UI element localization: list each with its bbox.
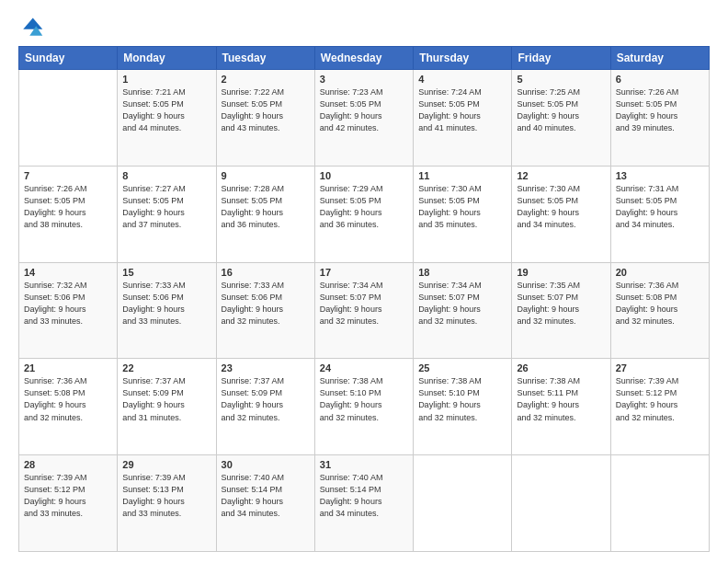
day-number: 1	[122, 74, 210, 85]
calendar-cell: 14Sunrise: 7:32 AM Sunset: 5:06 PM Dayli…	[19, 262, 118, 359]
calendar-cell: 25Sunrise: 7:38 AM Sunset: 5:10 PM Dayli…	[414, 359, 512, 455]
day-number: 2	[222, 74, 310, 85]
calendar-cell: 27Sunrise: 7:39 AM Sunset: 5:12 PM Dayli…	[610, 359, 709, 455]
day-info: Sunrise: 7:29 AM Sunset: 5:05 PM Dayligh…	[320, 183, 408, 231]
day-number: 16	[222, 267, 310, 278]
day-number: 3	[320, 74, 408, 85]
day-info: Sunrise: 7:25 AM Sunset: 5:05 PM Dayligh…	[517, 86, 605, 134]
calendar-cell: 7Sunrise: 7:26 AM Sunset: 5:05 PM Daylig…	[19, 166, 118, 262]
day-info: Sunrise: 7:36 AM Sunset: 5:08 PM Dayligh…	[616, 280, 704, 327]
day-number: 17	[320, 267, 408, 278]
day-number: 6	[616, 74, 704, 85]
day-number: 11	[418, 170, 506, 181]
day-number: 25	[418, 362, 506, 373]
day-info: Sunrise: 7:34 AM Sunset: 5:07 PM Dayligh…	[320, 280, 408, 327]
day-number: 8	[122, 170, 210, 181]
calendar-cell: 1Sunrise: 7:21 AM Sunset: 5:05 PM Daylig…	[118, 70, 216, 167]
day-number: 24	[320, 362, 408, 373]
calendar-cell: 4Sunrise: 7:24 AM Sunset: 5:05 PM Daylig…	[414, 70, 512, 167]
day-info: Sunrise: 7:38 AM Sunset: 5:11 PM Dayligh…	[517, 375, 605, 423]
calendar-header-saturday: Saturday	[610, 47, 709, 70]
day-number: 5	[517, 74, 605, 85]
calendar-cell: 3Sunrise: 7:23 AM Sunset: 5:05 PM Daylig…	[314, 70, 413, 167]
day-info: Sunrise: 7:28 AM Sunset: 5:05 PM Dayligh…	[222, 183, 310, 231]
svg-marker-0	[23, 18, 42, 29]
day-info: Sunrise: 7:23 AM Sunset: 5:05 PM Dayligh…	[320, 86, 408, 134]
day-number: 21	[24, 362, 112, 373]
calendar-cell	[414, 455, 512, 552]
calendar-cell	[512, 455, 610, 552]
day-number: 13	[616, 170, 704, 181]
day-number: 20	[616, 267, 704, 278]
day-number: 19	[517, 267, 605, 278]
day-info: Sunrise: 7:32 AM Sunset: 5:06 PM Dayligh…	[24, 280, 112, 327]
calendar-header-tuesday: Tuesday	[216, 47, 314, 70]
calendar-week-5: 28Sunrise: 7:39 AM Sunset: 5:12 PM Dayli…	[19, 455, 710, 552]
calendar-header-row: SundayMondayTuesdayWednesdayThursdayFrid…	[19, 47, 710, 70]
day-info: Sunrise: 7:38 AM Sunset: 5:10 PM Dayligh…	[418, 375, 506, 423]
calendar-header-wednesday: Wednesday	[314, 47, 413, 70]
day-number: 31	[320, 459, 408, 470]
day-info: Sunrise: 7:34 AM Sunset: 5:07 PM Dayligh…	[418, 280, 506, 327]
calendar-cell: 30Sunrise: 7:40 AM Sunset: 5:14 PM Dayli…	[216, 455, 314, 552]
calendar-cell: 11Sunrise: 7:30 AM Sunset: 5:05 PM Dayli…	[414, 166, 512, 262]
logo-icon	[18, 15, 44, 40]
day-info: Sunrise: 7:26 AM Sunset: 5:05 PM Dayligh…	[24, 183, 112, 231]
day-info: Sunrise: 7:39 AM Sunset: 5:12 PM Dayligh…	[616, 375, 704, 423]
day-number: 12	[517, 170, 605, 181]
day-info: Sunrise: 7:40 AM Sunset: 5:14 PM Dayligh…	[222, 472, 310, 520]
calendar-week-1: 1Sunrise: 7:21 AM Sunset: 5:05 PM Daylig…	[19, 70, 710, 167]
calendar-cell: 5Sunrise: 7:25 AM Sunset: 5:05 PM Daylig…	[512, 70, 610, 167]
day-number: 7	[24, 170, 112, 181]
day-number: 14	[24, 267, 112, 278]
day-number: 23	[222, 362, 310, 373]
day-info: Sunrise: 7:33 AM Sunset: 5:06 PM Dayligh…	[122, 280, 210, 327]
calendar-week-2: 7Sunrise: 7:26 AM Sunset: 5:05 PM Daylig…	[19, 166, 710, 262]
calendar-cell: 16Sunrise: 7:33 AM Sunset: 5:06 PM Dayli…	[216, 262, 314, 359]
calendar-cell: 26Sunrise: 7:38 AM Sunset: 5:11 PM Dayli…	[512, 359, 610, 455]
day-info: Sunrise: 7:37 AM Sunset: 5:09 PM Dayligh…	[222, 375, 310, 423]
day-number: 10	[320, 170, 408, 181]
day-number: 9	[222, 170, 310, 181]
calendar-header-friday: Friday	[512, 47, 610, 70]
day-info: Sunrise: 7:40 AM Sunset: 5:14 PM Dayligh…	[320, 472, 408, 520]
calendar-week-4: 21Sunrise: 7:36 AM Sunset: 5:08 PM Dayli…	[19, 359, 710, 455]
calendar-cell: 15Sunrise: 7:33 AM Sunset: 5:06 PM Dayli…	[118, 262, 216, 359]
day-info: Sunrise: 7:35 AM Sunset: 5:07 PM Dayligh…	[517, 280, 605, 327]
calendar-cell: 29Sunrise: 7:39 AM Sunset: 5:13 PM Dayli…	[118, 455, 216, 552]
calendar-cell: 6Sunrise: 7:26 AM Sunset: 5:05 PM Daylig…	[610, 70, 709, 167]
calendar-cell: 24Sunrise: 7:38 AM Sunset: 5:10 PM Dayli…	[314, 359, 413, 455]
day-info: Sunrise: 7:37 AM Sunset: 5:09 PM Dayligh…	[122, 375, 210, 423]
day-info: Sunrise: 7:21 AM Sunset: 5:05 PM Dayligh…	[122, 86, 210, 134]
day-number: 22	[122, 362, 210, 373]
day-info: Sunrise: 7:39 AM Sunset: 5:13 PM Dayligh…	[122, 472, 210, 520]
day-number: 26	[517, 362, 605, 373]
logo	[18, 15, 48, 40]
day-number: 4	[418, 74, 506, 85]
day-info: Sunrise: 7:39 AM Sunset: 5:12 PM Dayligh…	[24, 472, 112, 520]
calendar-cell	[19, 70, 118, 167]
calendar-cell	[610, 455, 709, 552]
calendar-cell: 23Sunrise: 7:37 AM Sunset: 5:09 PM Dayli…	[216, 359, 314, 455]
calendar-cell: 18Sunrise: 7:34 AM Sunset: 5:07 PM Dayli…	[414, 262, 512, 359]
day-info: Sunrise: 7:38 AM Sunset: 5:10 PM Dayligh…	[320, 375, 408, 423]
day-number: 27	[616, 362, 704, 373]
day-number: 15	[122, 267, 210, 278]
calendar-cell: 20Sunrise: 7:36 AM Sunset: 5:08 PM Dayli…	[610, 262, 709, 359]
calendar-cell: 21Sunrise: 7:36 AM Sunset: 5:08 PM Dayli…	[19, 359, 118, 455]
calendar-header-monday: Monday	[118, 47, 216, 70]
page: SundayMondayTuesdayWednesdayThursdayFrid…	[0, 0, 728, 563]
calendar-cell: 10Sunrise: 7:29 AM Sunset: 5:05 PM Dayli…	[314, 166, 413, 262]
day-info: Sunrise: 7:30 AM Sunset: 5:05 PM Dayligh…	[517, 183, 605, 231]
day-info: Sunrise: 7:27 AM Sunset: 5:05 PM Dayligh…	[122, 183, 210, 231]
day-info: Sunrise: 7:26 AM Sunset: 5:05 PM Dayligh…	[616, 86, 704, 134]
day-info: Sunrise: 7:33 AM Sunset: 5:06 PM Dayligh…	[222, 280, 310, 327]
calendar-cell: 12Sunrise: 7:30 AM Sunset: 5:05 PM Dayli…	[512, 166, 610, 262]
calendar-cell: 28Sunrise: 7:39 AM Sunset: 5:12 PM Dayli…	[19, 455, 118, 552]
calendar-cell: 31Sunrise: 7:40 AM Sunset: 5:14 PM Dayli…	[314, 455, 413, 552]
calendar-cell: 8Sunrise: 7:27 AM Sunset: 5:05 PM Daylig…	[118, 166, 216, 262]
day-info: Sunrise: 7:31 AM Sunset: 5:05 PM Dayligh…	[616, 183, 704, 231]
day-number: 30	[222, 459, 310, 470]
day-info: Sunrise: 7:24 AM Sunset: 5:05 PM Dayligh…	[418, 86, 506, 134]
calendar-cell: 2Sunrise: 7:22 AM Sunset: 5:05 PM Daylig…	[216, 70, 314, 167]
